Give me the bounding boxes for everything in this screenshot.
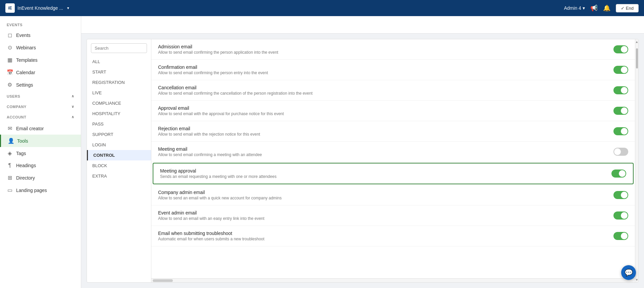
sidebar-item-webinars[interactable]: ⊙ Webinars: [0, 41, 81, 54]
sidebar-item-tags[interactable]: ◈ Tags: [0, 147, 81, 159]
email-desc-company-admin: Allow to send an email with a quick new …: [158, 196, 613, 200]
email-row-cancellation[interactable]: Cancellation emailAllow to send email co…: [151, 80, 635, 101]
email-name-rejection: Rejection email: [158, 126, 613, 131]
filter-item-all[interactable]: ALL: [87, 56, 151, 67]
email-desc-confirmation: Allow to send email confirming the perso…: [158, 70, 613, 75]
email-info-troubleshoot: Email when submitting troubleshootAutoma…: [158, 231, 613, 241]
filter-panel: ALLSTARTREGISTRATIONLIVECOMPLIANCEHOSPIT…: [87, 39, 151, 282]
email-info-cancellation: Cancellation emailAllow to send email co…: [158, 85, 613, 96]
email-info-meeting: Meeting emailAllow to send email confirm…: [158, 146, 613, 157]
hscroll-thumb: [153, 279, 173, 282]
email-list: Admission emailAllow to send email confi…: [151, 39, 635, 278]
company-section[interactable]: COMPANY ∨: [0, 101, 81, 112]
sidebar-item-events[interactable]: ◻ Events: [0, 29, 81, 41]
filter-item-extra[interactable]: EXTRA: [87, 171, 151, 181]
admin-label[interactable]: Admin 4 ▾: [564, 5, 585, 11]
sidebar-item-tools[interactable]: 👤 Tools: [0, 135, 81, 147]
toggle-company-admin[interactable]: [613, 191, 628, 199]
toggle-meeting-approval[interactable]: [611, 170, 626, 178]
toggle-admission[interactable]: [613, 45, 628, 53]
filter-item-start[interactable]: START: [87, 67, 151, 77]
email-desc-meeting-approval: Sends an email requesting a meeting with…: [160, 174, 611, 179]
end-button[interactable]: ✓ End: [616, 4, 639, 12]
email-desc-meeting: Allow to send email confirming a meeting…: [158, 152, 613, 157]
email-row-troubleshoot[interactable]: Email when submitting troubleshootAutoma…: [151, 226, 635, 246]
toggle-knob-cancellation: [621, 87, 628, 94]
toggle-knob-confirmation: [621, 66, 628, 73]
email-info-company-admin: Company admin emailAllow to send an emai…: [158, 190, 613, 200]
email-info-rejection: Rejection emailAllow to send email with …: [158, 126, 613, 137]
filter-item-hospitality[interactable]: HOSPITALITY: [87, 108, 151, 119]
chat-bubble[interactable]: 💬: [621, 265, 636, 280]
email-name-event-admin: Event admin email: [158, 210, 613, 215]
vertical-scrollbar[interactable]: ▲ ▼: [635, 39, 638, 282]
top-navigation: iE InEvent Knowledge ... ▾ Admin 4 ▾ 📢 🔔…: [0, 0, 644, 16]
email-desc-approval: Allow to send email with the approval fo…: [158, 111, 613, 116]
email-row-meeting[interactable]: Meeting emailAllow to send email confirm…: [151, 142, 635, 162]
email-name-meeting-approval: Meeting approval: [160, 168, 611, 174]
main-header: [81, 16, 644, 34]
email-row-admission[interactable]: Admission emailAllow to send email confi…: [151, 39, 635, 60]
filter-item-control[interactable]: CONTROL: [87, 150, 151, 160]
email-row-meeting-approval[interactable]: Meeting approvalSends an email requestin…: [153, 163, 634, 184]
filter-item-pass[interactable]: PASS: [87, 119, 151, 129]
filter-item-support[interactable]: SUPPORT: [87, 129, 151, 140]
sidebar-item-label: Tools: [17, 138, 28, 144]
email-row-approval[interactable]: Approval emailAllow to send email with t…: [151, 101, 635, 121]
toggle-cancellation[interactable]: [613, 86, 628, 94]
users-section-label: USERS: [7, 94, 20, 98]
email-row-rejection[interactable]: Rejection emailAllow to send email with …: [151, 121, 635, 142]
filter-item-login[interactable]: LOGIN: [87, 140, 151, 150]
email-row-event-admin[interactable]: Event admin emailAllow to send an email …: [151, 205, 635, 226]
sidebar-item-templates[interactable]: ▦ Templates: [0, 54, 81, 66]
search-input[interactable]: [91, 43, 147, 53]
sidebar-item-settings[interactable]: ⚙ Settings: [0, 79, 81, 91]
toggle-knob-rejection: [621, 128, 628, 135]
toggle-approval[interactable]: [613, 107, 628, 115]
toggle-meeting[interactable]: [613, 148, 628, 156]
events-section-label: EVENTS: [0, 16, 81, 29]
toggle-rejection[interactable]: [613, 127, 628, 135]
email-desc-rejection: Allow to send email with the rejection n…: [158, 132, 613, 137]
horizontal-scrollbar[interactable]: [151, 278, 635, 282]
scroll-bar: [636, 45, 638, 277]
tools-panel: ALLSTARTREGISTRATIONLIVECOMPLIANCEHOSPIT…: [87, 39, 639, 283]
filter-item-live[interactable]: LIVE: [87, 88, 151, 98]
sidebar-item-label: Webinars: [16, 45, 36, 50]
sidebar-item-landing-pages[interactable]: ▭ Landing pages: [0, 184, 81, 196]
filter-item-block[interactable]: BLOCK: [87, 160, 151, 171]
email-name-confirmation: Confirmation email: [158, 64, 613, 70]
email-info-confirmation: Confirmation emailAllow to send email co…: [158, 64, 613, 75]
users-section[interactable]: USERS ∧: [0, 91, 81, 101]
webinars-icon: ⊙: [7, 44, 13, 51]
sidebar-item-label: Templates: [16, 57, 38, 63]
sidebar-item-headings[interactable]: ¶ Headings: [0, 159, 81, 172]
toggle-knob-meeting-approval: [619, 170, 626, 177]
templates-icon: ▦: [7, 57, 13, 63]
sidebar-item-directory[interactable]: ⊞ Directory: [0, 172, 81, 184]
sidebar-item-label: Calendar: [16, 70, 35, 75]
sidebar-item-calendar[interactable]: 📅 Calendar: [0, 66, 81, 79]
scroll-down-icon[interactable]: ▼: [635, 278, 639, 282]
company-chevron: ∨: [71, 104, 74, 109]
email-name-approval: Approval email: [158, 105, 613, 111]
content-area: ALLSTARTREGISTRATIONLIVECOMPLIANCEHOSPIT…: [81, 34, 644, 288]
topnav-left: iE InEvent Knowledge ... ▾: [5, 3, 69, 13]
toggle-troubleshoot[interactable]: [613, 232, 628, 240]
account-section[interactable]: ACCOUNT ∧: [0, 112, 81, 122]
chat-icon: 💬: [625, 269, 633, 277]
megaphone-icon[interactable]: 📢: [590, 4, 598, 12]
toggle-event-admin[interactable]: [613, 211, 628, 220]
bell-icon[interactable]: 🔔: [603, 4, 610, 12]
email-row-company-admin[interactable]: Company admin emailAllow to send an emai…: [151, 185, 635, 205]
filter-item-compliance[interactable]: COMPLIANCE: [87, 98, 151, 108]
email-row-confirmation[interactable]: Confirmation emailAllow to send email co…: [151, 60, 635, 80]
email-panel-wrapper: Admission emailAllow to send email confi…: [151, 39, 635, 282]
filter-item-registration[interactable]: REGISTRATION: [87, 77, 151, 88]
sidebar-item-label: Email creator: [16, 126, 44, 131]
toggle-confirmation[interactable]: [613, 66, 628, 74]
calendar-icon: 📅: [7, 69, 13, 76]
scroll-up-icon[interactable]: ▲: [635, 40, 639, 44]
app-title-chevron[interactable]: ▾: [67, 6, 69, 10]
sidebar-item-email-creator[interactable]: ✉ Email creator: [0, 122, 81, 135]
